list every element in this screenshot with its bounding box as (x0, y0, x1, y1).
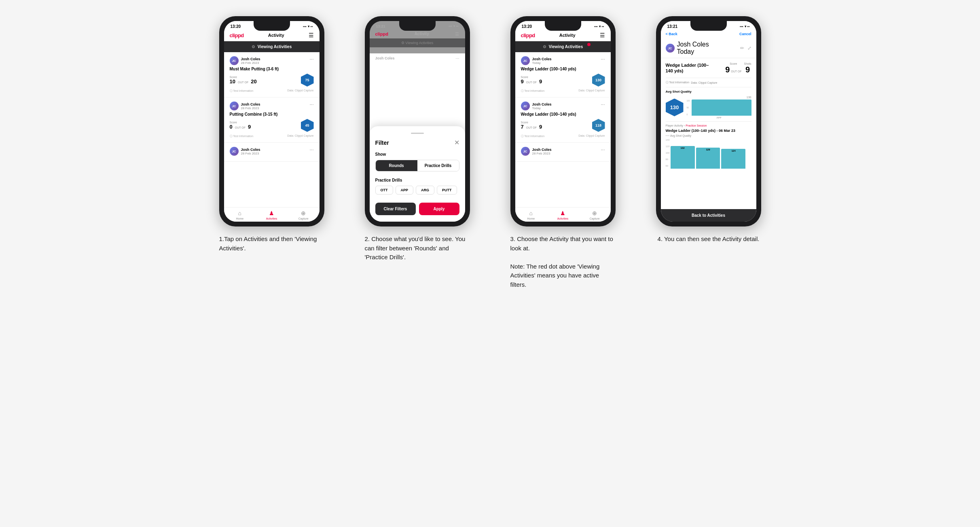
detail-content-4: Wedge Ladder (100–140 yds) Score 9 OUT O… (661, 58, 756, 209)
avatar-3-2: JC (521, 102, 530, 110)
filter-handle-2 (411, 133, 424, 134)
more-dots-3-3[interactable]: ··· (601, 147, 605, 152)
session-type-4: Practice Session (686, 124, 707, 127)
card-header-3-3: JC Josh Coles 28 Feb 2023 ··· (521, 147, 605, 156)
avatar-4: JC (666, 44, 675, 53)
expand-icon-4[interactable]: ⤢ (747, 45, 751, 51)
bottom-nav-activities-1[interactable]: ♟ Activities (256, 210, 288, 220)
more-dots-1-2[interactable]: ··· (309, 102, 313, 107)
more-dots-3-2[interactable]: ··· (601, 102, 605, 107)
chip-putt-2[interactable]: PUTT (437, 186, 457, 195)
badge-3-2: 118 (592, 119, 605, 132)
wifi-icon-4: ▾ (745, 25, 746, 28)
detail-shots-col-4: Shots 9 (744, 62, 751, 74)
bottom-nav-capture-1[interactable]: ⊕ Capture (288, 210, 320, 220)
hamburger-icon-3[interactable]: ☰ (600, 32, 605, 38)
avg-quality-row-4: 130 130 100 50 0 (666, 96, 751, 119)
activity-card-1-1[interactable]: JC Josh Coles 28 Feb 2023 ··· Must Make … (224, 52, 320, 97)
activity-card-1-2[interactable]: JC Josh Coles 28 Feb 2023 ··· Putting Co… (224, 97, 320, 143)
chip-arg-2[interactable]: ARG (416, 186, 434, 195)
bottom-nav-activities-3[interactable]: ♟ Activities (547, 210, 579, 220)
activity-card-3-1[interactable]: JC Josh Coles Today ··· Wedge Ladder (10… (515, 52, 611, 97)
card-user-3-1: JC Josh Coles Today (521, 56, 552, 65)
user-date-3-2: Today (532, 106, 552, 110)
user-date-1-2: 28 Feb 2023 (241, 106, 260, 110)
score-val-3-2: 7 (521, 124, 524, 130)
phone-notch-4 (690, 21, 727, 31)
more-dots-1-1[interactable]: ··· (309, 56, 313, 62)
dim-nav-2: clippd Activity ☰ (370, 30, 465, 38)
card-header-1-1: JC Josh Coles 28 Feb 2023 ··· (230, 56, 314, 65)
activity-card-3-3[interactable]: JC Josh Coles 28 Feb 2023 ··· (515, 143, 611, 162)
status-time-1: 13:20 (231, 24, 241, 29)
battery-icon: ▪▪ (311, 25, 313, 28)
back-to-activities-btn-4[interactable]: Back to Activities (661, 209, 756, 222)
cancel-btn-4[interactable]: Cancel (739, 32, 751, 36)
detail-user-info-4: JC Josh Coles Today (666, 41, 709, 55)
filter-chips-row-2: OTT APP ARG PUTT (375, 186, 459, 195)
viewing-banner-1[interactable]: ⚙ Viewing Activities (224, 41, 320, 52)
nav-title-1: Activity (268, 33, 284, 38)
user-name-3-1: Josh Coles (532, 57, 552, 61)
user-date-1-1: 28 Feb 2023 (241, 61, 260, 65)
filter-rounds-btn-2[interactable]: Rounds (376, 160, 417, 171)
shots-val-1-1: 20 (251, 78, 256, 85)
bottom-nav-home-1[interactable]: ⌂ Home (224, 210, 256, 220)
filter-close-2[interactable]: ✕ (454, 139, 459, 146)
bar-label-1-4: 132 (681, 147, 685, 149)
wifi-icon-3: ▾ (599, 25, 601, 28)
phone-screen-1: 13:20 ▪▪▪ ▾ ▪▪ clippd Activity ☰ (224, 21, 320, 222)
detail-title-row-4: Wedge Ladder (100–140 yds) Score 9 OUT O… (666, 62, 751, 74)
dim-status-icons-2: ▪▪▪ ▾ ▪▪ (449, 24, 458, 28)
card-user-1-2: JC Josh Coles 28 Feb 2023 (230, 102, 260, 110)
phone-screen-3: 13:20 ▪▪▪ ▾ ▪▪ clippd Activity ☰ ⚙ (515, 21, 611, 222)
page-container: 13:20 ▪▪▪ ▾ ▪▪ clippd Activity ☰ (207, 16, 773, 289)
wedge-label-4: Wedge Ladder (100–140 yds) - 06 Mar 23 (666, 129, 751, 133)
bottom-nav-capture-3[interactable]: ⊕ Capture (579, 210, 611, 220)
nav-bar-1: clippd Activity ☰ (224, 30, 320, 41)
shots-val-3-1: 9 (539, 78, 542, 85)
signal-icon: ▪▪▪ (303, 25, 307, 28)
more-dots-1-3[interactable]: ··· (309, 147, 313, 152)
step-4-desc: 4. You can then see the Activity detail. (658, 235, 760, 244)
detail-user-date-4: Today (677, 48, 709, 55)
edit-icon-4[interactable]: ✏ (740, 45, 744, 51)
dim-user-name-2: Josh Coles (375, 56, 395, 60)
back-btn-4[interactable]: < Back (666, 32, 677, 36)
chip-ott-2[interactable]: OTT (375, 186, 393, 195)
status-icons-1: ▪▪▪ ▾ ▪▪ (303, 25, 313, 28)
score-main-1-2: 0 OUT OF 9 (230, 124, 251, 130)
filter-practice-btn-2[interactable]: Practice Drills (417, 160, 459, 171)
phone-screen-2: 13:21 ▪▪▪ ▾ ▪▪ clippd Activity ☰ ⚙ Viewi (370, 21, 465, 222)
card-user-1-3: JC Josh Coles 28 Feb 2023 (230, 147, 260, 156)
badge-1-1: 75 (301, 74, 314, 87)
card-footer-3-1: ⓘ Test Information Data: Clippd Capture (521, 89, 605, 93)
clear-filters-btn-2[interactable]: Clear Filters (375, 203, 416, 215)
activity-card-1-3[interactable]: JC Josh Coles 28 Feb 2023 ··· (224, 143, 320, 162)
filter-title-2: Filter (375, 140, 389, 146)
dim-title-2: Activity (415, 32, 429, 37)
viewing-banner-3[interactable]: ⚙ Viewing Activities (515, 41, 611, 52)
capture-label-3: Capture (590, 217, 600, 220)
chip-app-2[interactable]: APP (396, 186, 414, 195)
dim-viewing-2: ⚙ Viewing Activities (370, 38, 465, 47)
score-label-1-1: Score (230, 76, 257, 78)
hamburger-icon-1[interactable]: ☰ (309, 32, 314, 38)
filter-actions-2: Clear Filters Apply (375, 203, 459, 215)
activity-card-3-2[interactable]: JC Josh Coles Today ··· Wedge Ladder (10… (515, 97, 611, 143)
status-icons-4: ▪▪▪ ▾ ▪▪ (740, 25, 749, 28)
user-name-1-2: Josh Coles (241, 102, 260, 106)
more-dots-3-1[interactable]: ··· (601, 56, 605, 62)
detail-score-col-4: Score 9 OUT OF (725, 62, 741, 74)
dim-dots-2: ··· (455, 56, 459, 61)
activities-label-1: Activities (266, 217, 277, 220)
stat-score-1-1: Score 10 OUT OF 20 (230, 76, 257, 85)
score-val-1-2: 0 (230, 124, 233, 130)
user-date-1-3: 28 Feb 2023 (241, 152, 260, 155)
bottom-nav-home-3[interactable]: ⌂ Home (515, 210, 547, 220)
apply-btn-2[interactable]: Apply (419, 203, 459, 215)
user-info-1-3: Josh Coles 28 Feb 2023 (241, 148, 260, 155)
nav-logo-3: clippd (521, 32, 535, 38)
detail-scores-4: Score 9 OUT OF Shots 9 (725, 62, 751, 74)
card-footer-1-1: ⓘ Test Information Data: Clippd Capture (230, 89, 314, 93)
